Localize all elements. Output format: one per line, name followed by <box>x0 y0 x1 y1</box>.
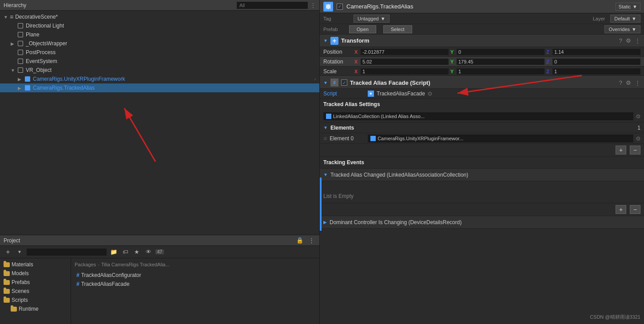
file-configurator[interactable]: # TrackedAliasConfigurator <box>75 271 316 280</box>
tree-item-camera-rigs-unity[interactable]: ▶ CameraRigs.UnityXRPluginFramework › <box>0 75 319 83</box>
add-element-button[interactable]: + <box>616 146 626 154</box>
settings-icon[interactable]: ⚙ <box>626 37 631 44</box>
tree-item-post-process[interactable]: PostProcess <box>0 48 319 57</box>
target-icon[interactable]: ⊙ <box>636 113 640 119</box>
breadcrumb-tilia: Tilia CameraRigs TrackedAlia... <box>101 262 170 267</box>
transform-header: ▼ Transform ? ⚙ ⋮ <box>320 35 644 47</box>
item-label: CameraRigs.UnityXRPluginFramework <box>33 76 125 82</box>
collapse-arrow[interactable]: ▼ <box>323 38 328 43</box>
y-label: Y <box>450 69 456 74</box>
tree-item-camera-rigs-tracked[interactable]: ▶ CameraRigs.TrackedAlias › <box>0 83 319 92</box>
file-facade[interactable]: # TrackedAliasFacade <box>75 280 316 288</box>
script-label: Script <box>323 91 368 97</box>
active-checkbox[interactable] <box>337 4 343 10</box>
elements-collapse-arrow[interactable]: ▼ <box>323 125 328 130</box>
arrow-right-icon: › <box>314 86 316 91</box>
tree-item-plane[interactable]: Plane <box>0 30 319 39</box>
cube-blue-icon <box>24 84 31 91</box>
more-icon2[interactable]: ⋮ <box>635 79 640 86</box>
item-label: _ObjectsWrapper <box>26 40 67 47</box>
add-event-button[interactable]: + <box>616 205 626 214</box>
script-target-icon[interactable]: ⊙ <box>428 91 432 97</box>
event-collapse-arrow[interactable]: ▼ <box>323 172 328 177</box>
cube-icon <box>17 40 24 47</box>
drag-handle[interactable]: ≡ <box>323 135 327 142</box>
add-icon[interactable]: + <box>4 248 12 257</box>
dominant-collapse-arrow[interactable]: ▶ <box>323 220 327 225</box>
folder-prefabs[interactable]: Prefabs <box>0 278 71 287</box>
tag-chevron: ▼ <box>381 16 386 21</box>
position-y-input[interactable] <box>457 49 545 55</box>
tree-item-objects-wrapper[interactable]: ▶ _ObjectsWrapper <box>0 39 319 48</box>
folder-scenes[interactable]: Scenes <box>0 287 71 296</box>
star-icon-btn[interactable]: ★ <box>132 248 141 257</box>
hash-icon: # <box>76 281 80 287</box>
lock-icon[interactable]: 🔒 <box>295 236 304 245</box>
rotation-z-input[interactable] <box>553 59 640 65</box>
select-button[interactable]: Select <box>383 25 412 33</box>
tree-item-directional-light[interactable]: Directional Light <box>0 21 319 30</box>
scale-y-input[interactable] <box>457 68 545 75</box>
folder-runtime[interactable]: Runtime <box>0 304 71 313</box>
project-search[interactable] <box>27 249 107 256</box>
settings-icon2[interactable]: ⚙ <box>626 79 631 86</box>
hierarchy-menu-icon[interactable]: ⋮ <box>310 2 316 8</box>
collapse-arrow[interactable]: ▼ <box>323 80 328 85</box>
dropdown-arrow[interactable]: ▼ <box>15 248 24 257</box>
project-folders: Materials Models Prefabs Scenes <box>0 258 71 324</box>
open-button[interactable]: Open <box>349 25 376 33</box>
overrides-dropdown[interactable]: Overrides ▼ <box>604 25 640 33</box>
position-z-input[interactable] <box>553 49 640 55</box>
tree-item-event-system[interactable]: EventSystem <box>0 57 319 66</box>
breadcrumb: Packages › Tilia CameraRigs TrackedAlia.… <box>75 260 316 269</box>
hierarchy-search[interactable] <box>237 2 308 9</box>
rotation-label: Rotation <box>323 59 354 65</box>
rotation-x-input[interactable] <box>361 59 449 65</box>
rotation-y-input[interactable] <box>457 59 545 65</box>
dominant-controller-row: ▶ Dominant Controller Is Changing (Devic… <box>320 216 644 229</box>
folder-label: Models <box>12 270 29 277</box>
file-label: TrackedAliasFacade <box>81 281 130 287</box>
item-label: PostProcess <box>26 49 56 55</box>
folder-models[interactable]: Models <box>0 269 71 278</box>
static-dropdown[interactable]: Static ▼ <box>616 3 640 11</box>
scene-icon: ≡ <box>10 13 13 20</box>
eye-icon-btn[interactable]: 👁 <box>144 248 153 257</box>
tree-item-decorative-scene[interactable]: ▼ ≡ DecorativeScene* <box>0 12 319 21</box>
tracking-events-header: Tracking Events <box>320 157 644 169</box>
element-0-row: ≡ Element 0 CameraRigs.UnityXRPluginFram… <box>320 133 644 144</box>
tag-dropdown[interactable]: Untagged ▼ <box>354 15 390 23</box>
folder-icon-btn[interactable]: 📁 <box>109 248 118 257</box>
overrides-label: Overrides <box>608 27 630 32</box>
hash-icon: # <box>76 272 80 278</box>
folder-materials[interactable]: Materials <box>0 260 71 269</box>
help-icon[interactable]: ? <box>619 37 622 44</box>
folder-scripts[interactable]: Scripts <box>0 296 71 304</box>
layer-dropdown[interactable]: Default ▼ <box>610 15 640 23</box>
position-x-input[interactable] <box>361 49 449 55</box>
remove-event-button[interactable]: − <box>630 205 640 214</box>
scale-z-input[interactable] <box>553 68 640 75</box>
scale-y-field: Y <box>450 68 545 75</box>
scale-x-input[interactable] <box>361 68 449 75</box>
help-icon2[interactable]: ? <box>619 79 622 86</box>
more-icon[interactable]: ⋮ <box>635 37 640 44</box>
folder-label: Scripts <box>12 297 28 303</box>
arrow-right-icon: › <box>314 77 316 82</box>
y-label: Y <box>450 49 456 55</box>
tag-icon-btn[interactable]: 🏷 <box>121 248 130 257</box>
position-label: Position <box>323 49 354 55</box>
tree-item-vr-object[interactable]: ▼ VR_Object <box>0 66 319 75</box>
expand-arrow: ▼ <box>11 68 17 73</box>
target-icon2[interactable]: ⊙ <box>636 135 640 142</box>
folder-label: Materials <box>12 261 33 268</box>
expand-arrow: ▶ <box>18 86 24 91</box>
item-label: EventSystem <box>26 58 57 64</box>
component-active-checkbox[interactable] <box>341 79 347 86</box>
rotation-xyz: X Y Z <box>354 59 640 65</box>
remove-element-button[interactable]: − <box>630 146 640 154</box>
linked-alias-row: LinkedAliasCollection (Linked Alias Asso… <box>320 110 644 122</box>
component-icons: ? ⚙ ⋮ <box>619 37 640 44</box>
list-empty-text: List is Empty <box>323 193 354 199</box>
menu-icon[interactable]: ⋮ <box>307 236 316 245</box>
